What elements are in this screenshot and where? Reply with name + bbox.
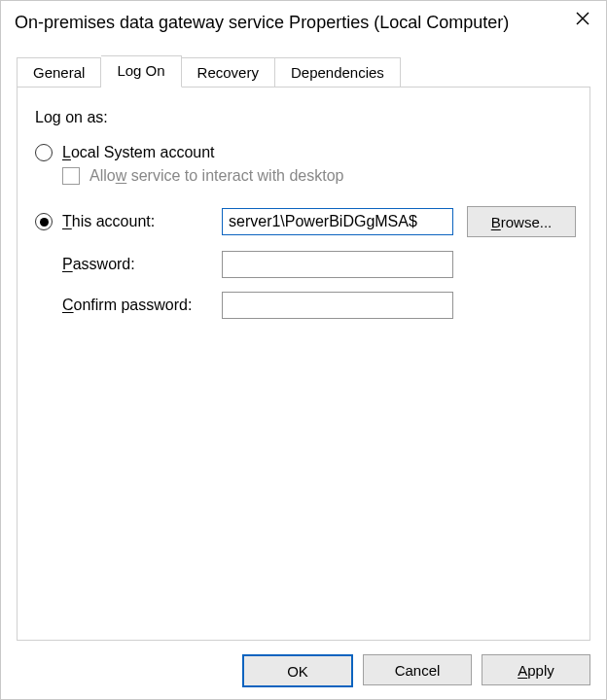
local-system-radio[interactable] [35, 144, 53, 161]
local-system-label: Local System account [62, 144, 215, 161]
close-button[interactable] [559, 1, 606, 36]
tab-panel-log-on: Log on as: Local System account Allow se… [17, 87, 590, 641]
password-input[interactable] [222, 251, 453, 278]
tabs-container: General Log On Recovery Dependencies Log… [17, 55, 590, 641]
this-account-option[interactable]: This account: [35, 213, 210, 230]
allow-interact-option: Allow service to interact with desktop [62, 167, 572, 185]
cancel-button[interactable]: Cancel [363, 654, 472, 685]
allow-interact-label: Allow service to interact with desktop [89, 167, 343, 185]
tab-general[interactable]: General [17, 57, 101, 87]
apply-button[interactable]: Apply [482, 654, 590, 685]
password-label: Password: [35, 256, 210, 273]
this-account-label: This account: [62, 213, 155, 230]
allow-interact-checkbox [62, 167, 80, 185]
window-title: On-premises data gateway service Propert… [15, 13, 509, 33]
logon-as-label: Log on as: [35, 109, 572, 126]
tab-log-on[interactable]: Log On [101, 55, 181, 88]
this-account-grid: This account: Browse... Password: Confir… [35, 206, 572, 319]
close-icon [576, 12, 589, 25]
dialog-buttons: OK Cancel Apply [242, 654, 590, 687]
confirm-password-label: Confirm password: [35, 297, 210, 314]
tab-dependencies[interactable]: Dependencies [275, 57, 401, 87]
tab-strip: General Log On Recovery Dependencies [17, 55, 590, 87]
title-bar: On-premises data gateway service Propert… [1, 1, 606, 44]
ok-button[interactable]: OK [242, 654, 353, 687]
properties-window: On-premises data gateway service Propert… [0, 0, 607, 700]
browse-button[interactable]: Browse... [467, 206, 576, 237]
confirm-password-input[interactable] [222, 292, 453, 319]
local-system-option[interactable]: Local System account [35, 144, 572, 161]
this-account-radio[interactable] [35, 213, 53, 230]
account-name-input[interactable] [222, 208, 453, 235]
tab-recovery[interactable]: Recovery [182, 57, 275, 87]
